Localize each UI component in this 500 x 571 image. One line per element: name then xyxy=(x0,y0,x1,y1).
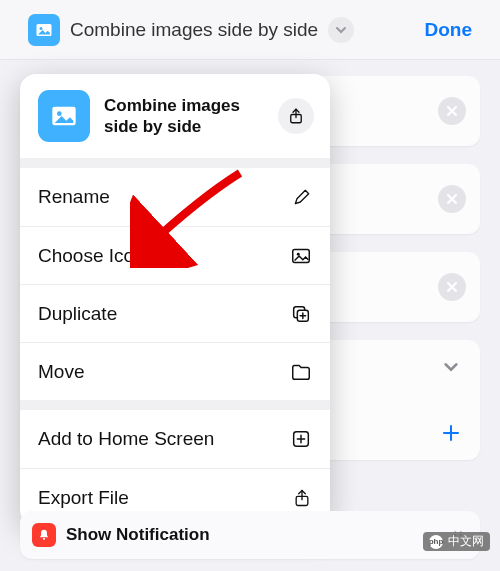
watermark: php中文网 xyxy=(423,532,490,551)
menu-item-duplicate[interactable]: Duplicate xyxy=(20,284,330,342)
notification-app-icon xyxy=(32,523,56,547)
shortcut-large-icon xyxy=(38,90,90,142)
chevron-down-icon xyxy=(443,359,459,375)
title-menu-toggle[interactable] xyxy=(328,17,354,43)
add-parameter-button[interactable] xyxy=(438,420,464,446)
close-icon xyxy=(446,281,458,293)
collapse-toggle[interactable] xyxy=(438,354,464,380)
menu-item-label: Export File xyxy=(38,487,129,509)
close-icon xyxy=(446,105,458,117)
menu-title: Combine images side by side xyxy=(104,95,264,138)
menu-item-choose-icon[interactable]: Choose Icon xyxy=(20,226,330,284)
delete-action-button[interactable] xyxy=(438,273,466,301)
delete-action-button[interactable] xyxy=(438,97,466,125)
menu-item-add-home[interactable]: Add to Home Screen xyxy=(20,410,330,468)
done-button[interactable]: Done xyxy=(425,19,473,41)
watermark-text: 中文网 xyxy=(448,533,484,550)
navbar: Combine images side by side Done xyxy=(0,0,500,60)
shortcut-app-icon[interactable] xyxy=(28,14,60,46)
duplicate-icon xyxy=(290,303,312,325)
page-title: Combine images side by side xyxy=(70,19,318,41)
share-button[interactable] xyxy=(278,98,314,134)
menu-item-label: Choose Icon xyxy=(38,245,145,267)
menu-item-label: Duplicate xyxy=(38,303,117,325)
image-icon xyxy=(35,21,53,39)
menu-item-move[interactable]: Move xyxy=(20,342,330,400)
image-icon xyxy=(290,245,312,267)
action-show-notification[interactable]: Show Notification xyxy=(20,511,480,559)
svg-point-3 xyxy=(57,111,62,116)
folder-icon xyxy=(290,361,312,383)
pencil-icon xyxy=(292,187,312,207)
menu-item-label: Add to Home Screen xyxy=(38,428,214,450)
share-icon xyxy=(287,107,305,125)
delete-action-button[interactable] xyxy=(438,185,466,213)
menu-item-rename[interactable]: Rename xyxy=(20,168,330,226)
svg-point-1 xyxy=(40,27,43,30)
action-label: Show Notification xyxy=(66,525,440,545)
menu-item-label: Move xyxy=(38,361,84,383)
add-square-icon xyxy=(290,428,312,450)
chevron-down-icon xyxy=(335,24,347,36)
bell-icon xyxy=(37,528,51,542)
export-icon xyxy=(292,488,312,508)
plus-icon xyxy=(441,423,461,443)
menu-header: Combine images side by side xyxy=(20,74,330,158)
shortcut-context-menu: Combine images side by side Rename Choos… xyxy=(20,74,330,526)
image-icon xyxy=(50,102,78,130)
svg-rect-11 xyxy=(43,538,45,540)
menu-item-label: Rename xyxy=(38,186,110,208)
close-icon xyxy=(446,193,458,205)
